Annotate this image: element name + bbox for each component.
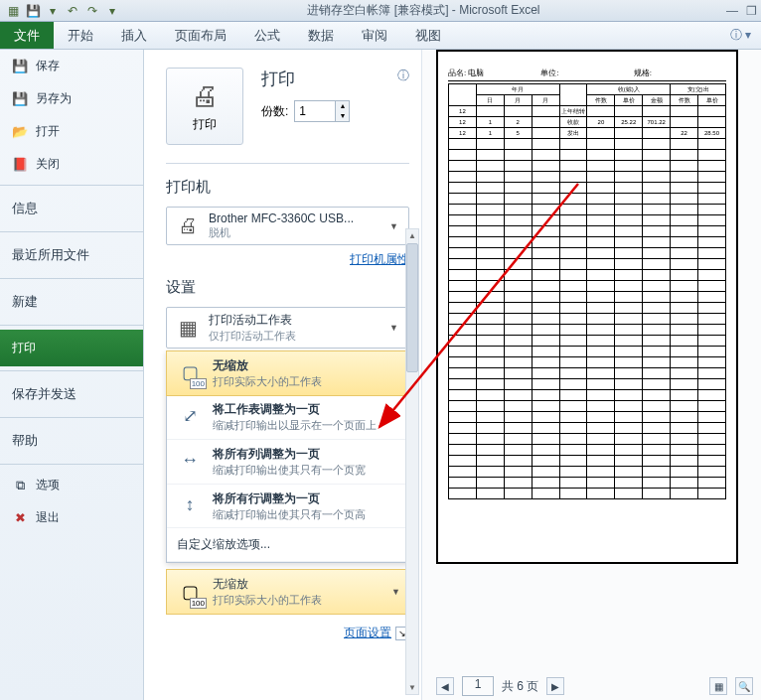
sidebar-saveas[interactable]: 💾 另存为 [0,82,143,115]
printer-properties-link[interactable]: 打印机属性 [350,252,409,266]
ribbon-tabs: 文件 开始 插入 页面布局 公式 数据 审阅 视图 ⓘ ▾ [0,22,761,50]
scaling-dropdown-menu: ▢100 无缩放 打印实际大小的工作表 ⤢ 将工作表调整为一页 缩减打印输出以显… [166,350,409,563]
redo-icon[interactable]: ↷ [83,2,101,20]
tab-home[interactable]: 开始 [54,22,107,49]
printer-name: Brother MFC-3360C USB... [209,211,385,225]
scale-option-fitcols[interactable]: ↔ 将所有列调整为一页 缩减打印输出使其只有一个页宽 [167,440,408,485]
window-buttons: — ❐ [726,4,757,18]
fitsheet-icon: ⤢ [175,401,205,431]
sidebar-open[interactable]: 📂 打开 [0,115,143,148]
page-total-label: 共 6 页 [502,678,538,695]
scale-custom-option[interactable]: 自定义缩放选项... [167,528,408,562]
copies-input[interactable]: 1 ▲▼ [294,100,350,122]
scale-option-none[interactable]: ▢100 无缩放 打印实际大小的工作表 [166,350,409,396]
print-panel: 🖨 打印 打印 份数: 1 ▲▼ ⓘ 打印机 🖨 Brother MFC-336 [144,50,422,700]
chevron-down-icon: ▼ [391,587,400,597]
close-icon: 📕 [12,157,28,173]
page-number-input[interactable]: 1 [462,676,494,696]
current-scale-sub: 打印实际大小的工作表 [213,593,322,608]
save-icon[interactable]: 💾 [24,2,42,20]
info-icon[interactable]: ⓘ [397,68,409,84]
quick-access-toolbar: ▦ 💾 ▾ ↶ ↷ ▾ [4,2,121,20]
sidebar-print[interactable]: 打印 [0,330,143,366]
prev-page-button[interactable]: ◀ [436,677,454,695]
spin-down-icon[interactable]: ▼ [336,111,349,121]
page-setup-link[interactable]: 页面设置 [344,625,391,641]
tab-review[interactable]: 审阅 [348,22,401,49]
current-scale-title: 无缩放 [213,576,322,593]
fitcols-icon: ↔ [175,446,205,476]
preview-page: 品名: 电脑 单位: 规格: 年月 收(赊)入 支(交)出 日月月 件数单价金额… [436,50,738,564]
chevron-down-icon: ▼ [385,221,402,231]
copies-value: 1 [295,104,335,118]
scale-option-fitsheet[interactable]: ⤢ 将工作表调整为一页 缩减打印输出以显示在一个页面上 [167,395,408,440]
ribbon-help-icon[interactable]: ⓘ ▾ [720,22,761,49]
print-what-selector[interactable]: ▦ 打印活动工作表 仅打印活动工作表 ▼ [166,307,409,349]
window-title: 进销存空白帐簿 [兼容模式] - Microsoft Excel [121,2,726,19]
sidebar-new[interactable]: 新建 [0,283,143,321]
sidebar-save[interactable]: 💾 保存 [0,50,143,82]
preview-table: 年月 收(赊)入 支(交)出 日月月 件数单价金额 件数单价 12上年结转121… [448,83,726,499]
noscale-icon: ▢100 [175,357,205,387]
print-what-sub: 仅打印活动工作表 [209,329,385,344]
next-page-button[interactable]: ▶ [546,677,564,695]
fitrows-icon: ↕ [175,490,205,520]
scale-sub: 缩减打印输出使其只有一个页高 [213,507,366,522]
scale-sub: 打印实际大小的工作表 [213,374,322,389]
tab-data[interactable]: 数据 [294,22,348,49]
qat-dropdown-icon[interactable]: ▾ [44,2,62,20]
print-button[interactable]: 🖨 打印 [166,68,243,145]
print-heading: 打印 [261,68,350,90]
scale-title: 将所有列调整为一页 [213,446,366,463]
sheet-icon: ▦ [173,314,203,342]
sidebar-label: 打开 [36,123,60,140]
undo-icon[interactable]: ↶ [64,2,81,20]
scale-option-fitrows[interactable]: ↕ 将所有行调整为一页 缩减打印输出使其只有一个页高 [167,485,408,529]
qat-more-icon[interactable]: ▾ [103,2,121,20]
scroll-up-icon[interactable]: ▲ [406,231,418,240]
sidebar-options[interactable]: ⧉ 选项 [0,469,143,501]
sidebar-help[interactable]: 帮助 [0,422,143,460]
scroll-thumb[interactable] [406,243,418,372]
excel-icon: ▦ [4,2,22,20]
sidebar-recent[interactable]: 最近所用文件 [0,236,143,274]
save-icon: 💾 [12,59,28,74]
copies-label: 份数: [261,103,288,120]
restore-button[interactable]: ❐ [746,4,757,18]
saveas-icon: 💾 [12,91,28,107]
sidebar-close[interactable]: 📕 关闭 [0,148,143,181]
scale-title: 无缩放 [213,357,322,374]
scaling-selector[interactable]: ▢100 无缩放 打印实际大小的工作表 ▼ [166,569,409,615]
sidebar-exit[interactable]: ✖ 退出 [0,501,143,534]
preview-pager: ◀ 1 共 6 页 ▶ ▦ 🔍 [436,676,753,696]
exit-icon: ✖ [12,510,28,526]
tab-view[interactable]: 视图 [401,22,455,49]
show-margins-button[interactable]: ▦ [709,677,727,695]
scroll-down-icon[interactable]: ▼ [406,683,418,692]
sidebar-label: 选项 [36,477,60,493]
sidebar-info[interactable]: 信息 [0,190,143,227]
scale-sub: 缩减打印输出以显示在一个页面上 [213,418,377,433]
minimize-button[interactable]: — [726,4,738,18]
printer-section-label: 打印机 [166,178,409,197]
panel-scrollbar[interactable]: ▲ ▼ [405,228,419,695]
printer-icon: 🖨 [191,79,219,112]
scale-sub: 缩减打印输出使其只有一个页宽 [213,463,366,478]
sidebar-share[interactable]: 保存并发送 [0,375,143,413]
spin-up-icon[interactable]: ▲ [336,101,349,111]
titlebar: ▦ 💾 ▾ ↶ ↷ ▾ 进销存空白帐簿 [兼容模式] - Microsoft E… [0,0,761,22]
printer-status: 脱机 [209,225,385,240]
printer-device-icon: 🖨 [173,212,203,240]
tab-file[interactable]: 文件 [0,22,54,49]
scale-title: 将工作表调整为一页 [213,401,377,418]
tab-insert[interactable]: 插入 [107,22,161,49]
printer-selector[interactable]: 🖨 Brother MFC-3360C USB... 脱机 ▼ [166,207,409,245]
zoom-page-button[interactable]: 🔍 [735,677,753,695]
tab-pagelayout[interactable]: 页面布局 [161,22,240,49]
print-button-label: 打印 [193,116,217,133]
chevron-down-icon: ▼ [385,323,402,333]
noscale-icon: ▢100 [175,577,205,607]
sidebar-label: 打印 [12,340,36,356]
sidebar-label: 保存 [36,58,60,74]
tab-formulas[interactable]: 公式 [240,22,294,49]
